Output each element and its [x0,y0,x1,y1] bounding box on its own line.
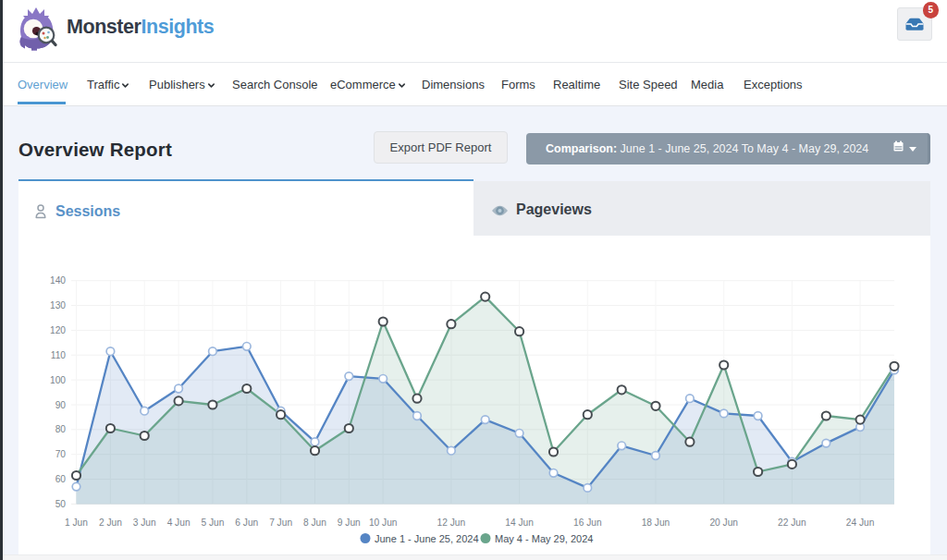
svg-text:May 4 - May 29, 2024: May 4 - May 29, 2024 [495,533,593,544]
svg-text:5 Jun: 5 Jun [201,517,224,528]
svg-text:80: 80 [55,424,67,434]
svg-text:10 Jun: 10 Jun [369,517,398,528]
svg-text:8 Jun: 8 Jun [303,517,326,528]
svg-text:18 Jun: 18 Jun [642,517,670,528]
svg-text:120: 120 [50,325,66,335]
svg-text:4 Jun: 4 Jun [167,517,191,528]
svg-text:7 Jun: 7 Jun [269,517,292,528]
svg-text:130: 130 [50,300,66,310]
svg-text:140: 140 [50,275,66,286]
svg-text:June 1 - June 25, 2024: June 1 - June 25, 2024 [375,533,479,544]
svg-text:100: 100 [50,375,66,385]
svg-text:70: 70 [55,449,67,459]
svg-text:6 Jun: 6 Jun [235,517,258,528]
svg-text:60: 60 [55,474,67,484]
svg-text:14 Jun: 14 Jun [505,517,534,528]
svg-text:24 Jun: 24 Jun [846,517,875,528]
svg-text:110: 110 [51,350,67,360]
svg-text:1 Jun: 1 Jun [65,517,88,528]
svg-text:9 Jun: 9 Jun [338,517,361,528]
svg-text:22 Jun: 22 Jun [778,517,806,528]
svg-text:20 Jun: 20 Jun [709,517,738,528]
svg-text:3 Jun: 3 Jun [133,517,156,528]
svg-text:16 Jun: 16 Jun [573,517,602,528]
svg-text:50: 50 [55,499,67,509]
svg-text:12 Jun: 12 Jun [437,517,466,528]
svg-text:90: 90 [55,400,67,410]
svg-text:2 Jun: 2 Jun [99,517,122,528]
